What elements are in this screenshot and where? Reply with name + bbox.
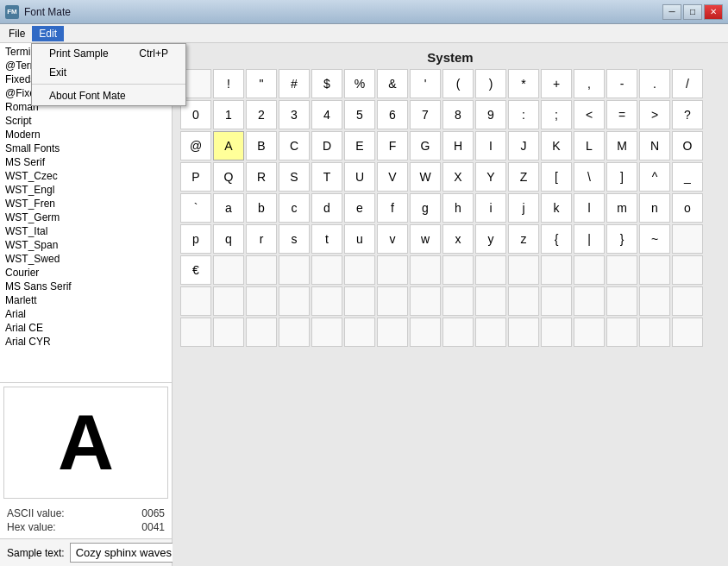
grid-cell[interactable]: w bbox=[410, 224, 441, 254]
grid-cell[interactable]: n bbox=[639, 193, 670, 223]
grid-cell[interactable]: e bbox=[344, 193, 375, 223]
grid-cell[interactable]: z bbox=[508, 224, 539, 254]
grid-cell[interactable]: | bbox=[574, 224, 605, 254]
font-list-item[interactable]: Small Fonts bbox=[2, 142, 170, 155]
grid-cell[interactable]: 8 bbox=[442, 100, 474, 129]
grid-cell[interactable]: O bbox=[672, 131, 703, 160]
font-list-item[interactable]: MS Serif bbox=[2, 155, 170, 169]
grid-cell[interactable]: ` bbox=[180, 193, 211, 223]
grid-cell[interactable]: N bbox=[639, 131, 670, 160]
font-list-item[interactable]: Script bbox=[2, 114, 170, 128]
font-list-item[interactable]: Marlett bbox=[2, 293, 170, 307]
grid-cell[interactable]: $ bbox=[311, 69, 342, 98]
grid-cell[interactable]: - bbox=[606, 69, 637, 98]
grid-cell[interactable]: f bbox=[377, 193, 408, 223]
grid-cell[interactable]: j bbox=[508, 193, 539, 223]
grid-cell[interactable]: < bbox=[574, 100, 605, 129]
grid-cell[interactable]: ) bbox=[475, 69, 506, 98]
grid-cell[interactable]: a bbox=[213, 193, 244, 223]
grid-cell[interactable]: ] bbox=[606, 162, 637, 192]
grid-cell[interactable]: d bbox=[311, 193, 342, 223]
font-list-item[interactable]: WST_Span bbox=[2, 238, 170, 252]
grid-cell[interactable]: 5 bbox=[344, 100, 375, 129]
grid-cell[interactable]: % bbox=[344, 69, 375, 98]
grid-cell[interactable]: = bbox=[606, 100, 637, 129]
font-list-item[interactable]: WST_Czec bbox=[2, 169, 170, 183]
grid-cell[interactable]: l bbox=[574, 193, 605, 223]
grid-cell[interactable]: W bbox=[410, 162, 441, 192]
grid-cell[interactable]: x bbox=[442, 224, 474, 254]
grid-cell[interactable]: A bbox=[213, 131, 244, 160]
grid-cell[interactable]: # bbox=[279, 69, 310, 98]
grid-cell[interactable]: S bbox=[279, 162, 310, 192]
grid-cell[interactable]: ; bbox=[541, 100, 572, 129]
grid-cell[interactable]: i bbox=[475, 193, 506, 223]
grid-cell[interactable]: G bbox=[410, 131, 441, 160]
grid-cell[interactable]: / bbox=[672, 69, 703, 98]
grid-cell[interactable]: * bbox=[508, 69, 539, 98]
grid-cell[interactable]: 1 bbox=[213, 100, 244, 129]
grid-cell[interactable]: p bbox=[180, 224, 211, 254]
grid-cell[interactable]: Z bbox=[508, 162, 539, 192]
grid-cell[interactable]: C bbox=[279, 131, 310, 160]
grid-cell[interactable]: U bbox=[344, 162, 375, 192]
grid-cell[interactable]: V bbox=[377, 162, 408, 192]
font-list-item[interactable]: Arial bbox=[2, 307, 170, 321]
grid-cell[interactable]: M bbox=[606, 131, 637, 160]
grid-cell[interactable]: D bbox=[311, 131, 342, 160]
grid-cell[interactable]: T bbox=[311, 162, 342, 192]
file-menu[interactable]: File bbox=[2, 26, 32, 41]
grid-cell[interactable]: R bbox=[246, 162, 277, 192]
font-list-item[interactable]: Arial CE bbox=[2, 321, 170, 335]
grid-cell[interactable]: I bbox=[475, 131, 506, 160]
grid-cell[interactable]: t bbox=[311, 224, 342, 254]
grid-cell[interactable]: ~ bbox=[639, 224, 670, 254]
grid-cell[interactable]: ? bbox=[672, 100, 703, 129]
grid-cell[interactable]: J bbox=[508, 131, 539, 160]
maximize-button[interactable]: □ bbox=[683, 4, 702, 20]
font-list-item[interactable]: WST_Germ bbox=[2, 211, 170, 224]
grid-cell[interactable]: & bbox=[377, 69, 408, 98]
grid-cell[interactable]: k bbox=[541, 193, 572, 223]
grid-cell[interactable]: y bbox=[475, 224, 506, 254]
grid-cell[interactable]: ( bbox=[442, 69, 474, 98]
minimize-button[interactable]: ─ bbox=[662, 4, 681, 20]
font-list-item[interactable]: Courier bbox=[2, 266, 170, 280]
grid-cell[interactable]: , bbox=[574, 69, 605, 98]
grid-cell[interactable]: 4 bbox=[311, 100, 342, 129]
grid-cell[interactable]: o bbox=[672, 193, 703, 223]
grid-cell[interactable]: } bbox=[606, 224, 637, 254]
grid-cell[interactable]: + bbox=[541, 69, 572, 98]
grid-cell[interactable]: L bbox=[574, 131, 605, 160]
font-list-item[interactable]: Modern bbox=[2, 128, 170, 142]
grid-cell[interactable]: g bbox=[410, 193, 441, 223]
grid-cell[interactable]: . bbox=[639, 69, 670, 98]
edit-menu[interactable]: Edit bbox=[32, 26, 64, 41]
grid-cell[interactable]: 9 bbox=[475, 100, 506, 129]
grid-cell[interactable]: : bbox=[508, 100, 539, 129]
grid-cell[interactable]: E bbox=[344, 131, 375, 160]
grid-cell[interactable]: " bbox=[246, 69, 277, 98]
grid-cell[interactable]: H bbox=[442, 131, 474, 160]
grid-cell[interactable]: Y bbox=[475, 162, 506, 192]
grid-cell[interactable]: ! bbox=[213, 69, 244, 98]
grid-cell[interactable]: m bbox=[606, 193, 637, 223]
about-item[interactable]: About Font Mate bbox=[32, 86, 185, 105]
grid-cell[interactable]: ^ bbox=[639, 162, 670, 192]
close-button[interactable]: ✕ bbox=[704, 4, 723, 20]
grid-cell[interactable]: B bbox=[246, 131, 277, 160]
grid-cell[interactable]: Q bbox=[213, 162, 244, 192]
print-sample-item[interactable]: Print Sample Ctrl+P bbox=[32, 44, 185, 63]
grid-cell[interactable]: [ bbox=[541, 162, 572, 192]
grid-cell[interactable]: s bbox=[279, 224, 310, 254]
grid-cell[interactable]: F bbox=[377, 131, 408, 160]
grid-cell[interactable]: v bbox=[377, 224, 408, 254]
grid-cell[interactable]: b bbox=[246, 193, 277, 223]
grid-cell[interactable]: 7 bbox=[410, 100, 441, 129]
grid-cell[interactable]: 2 bbox=[246, 100, 277, 129]
font-list-item[interactable]: Arial CYR bbox=[2, 335, 170, 349]
grid-cell[interactable]: q bbox=[213, 224, 244, 254]
grid-cell[interactable]: h bbox=[442, 193, 474, 223]
font-list-item[interactable]: WST_Ital bbox=[2, 224, 170, 238]
grid-cell[interactable]: { bbox=[541, 224, 572, 254]
